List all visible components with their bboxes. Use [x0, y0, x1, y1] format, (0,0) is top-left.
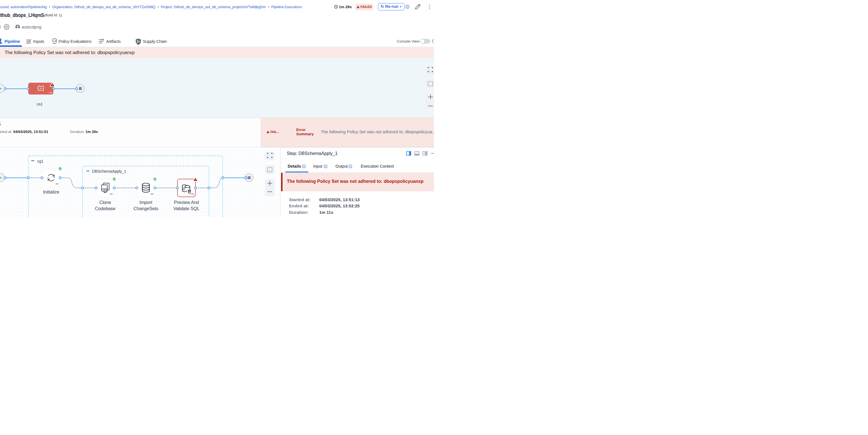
svg-text:Clone: Clone — [99, 200, 111, 205]
svg-text:!: ! — [195, 179, 196, 181]
svg-text:</>: </> — [191, 193, 194, 195]
svg-text:Preview And: Preview And — [174, 200, 199, 205]
svg-text:</>: </> — [49, 91, 52, 94]
svg-text:!: ! — [52, 84, 53, 87]
svg-text:ChangeSets: ChangeSets — [133, 206, 158, 211]
svg-text:DBSchemaApply_1: DBSchemaApply_1 — [92, 169, 126, 174]
svg-text:cs1: cs1 — [37, 102, 42, 106]
svg-text:</>: </> — [40, 88, 42, 90]
svg-text:</>: </> — [56, 183, 59, 185]
svg-text:Validate SQL: Validate SQL — [173, 206, 199, 211]
svg-text:Import: Import — [140, 200, 152, 205]
svg-text:</>: </> — [150, 193, 154, 195]
svg-text:cg1: cg1 — [37, 159, 44, 163]
svg-text:Codebase: Codebase — [95, 206, 116, 211]
svg-text:Initialize: Initialize — [43, 190, 59, 194]
svg-text:</>: </> — [110, 193, 113, 195]
